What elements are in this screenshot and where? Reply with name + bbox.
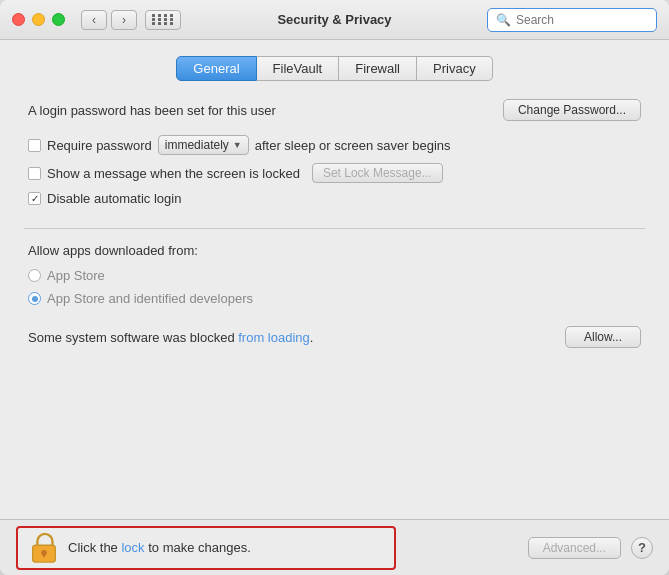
blocked-text-prefix: Some system software was blocked	[28, 330, 238, 345]
forward-button[interactable]: ›	[111, 10, 137, 30]
login-password-text: A login password has been set for this u…	[28, 103, 276, 118]
tab-filevault[interactable]: FileVault	[257, 56, 340, 81]
nav-buttons: ‹ ›	[81, 10, 137, 30]
tab-general[interactable]: General	[176, 56, 256, 81]
advanced-button[interactable]: Advanced...	[528, 537, 621, 559]
search-box[interactable]: 🔍	[487, 8, 657, 32]
radio-appstore-identified-label: App Store and identified developers	[47, 291, 253, 306]
require-password-checkbox[interactable]	[28, 139, 41, 152]
section-divider	[24, 228, 645, 229]
search-input[interactable]	[516, 13, 648, 27]
window-title: Security & Privacy	[277, 12, 391, 27]
tab-firewall[interactable]: Firewall	[339, 56, 417, 81]
tab-bar: General FileVault Firewall Privacy	[24, 56, 645, 81]
lock-link[interactable]: lock	[121, 540, 144, 555]
blocked-row: Some system software was blocked from lo…	[24, 326, 645, 348]
dropdown-arrow-icon: ▼	[233, 140, 242, 150]
general-panel: A login password has been set for this u…	[24, 99, 645, 519]
bottom-right: Advanced... ?	[528, 537, 653, 559]
show-message-label: Show a message when the screen is locked	[47, 166, 300, 181]
minimize-button[interactable]	[32, 13, 45, 26]
change-password-button[interactable]: Change Password...	[503, 99, 641, 121]
traffic-lights	[12, 13, 65, 26]
blocked-text-suffix: .	[310, 330, 314, 345]
allow-button[interactable]: Allow...	[565, 326, 641, 348]
show-message-row: Show a message when the screen is locked…	[24, 163, 645, 183]
tab-privacy[interactable]: Privacy	[417, 56, 493, 81]
disable-autologin-row: Disable automatic login	[24, 191, 645, 206]
search-icon: 🔍	[496, 13, 511, 27]
radio-appstore-identified[interactable]	[28, 292, 41, 305]
lock-label: Click the lock to make changes.	[68, 540, 251, 555]
content-area: General FileVault Firewall Privacy A log…	[0, 40, 669, 519]
radio-appstore-label: App Store	[47, 268, 105, 283]
disable-autologin-label: Disable automatic login	[47, 191, 181, 206]
back-button[interactable]: ‹	[81, 10, 107, 30]
blocked-text: Some system software was blocked from lo…	[28, 330, 313, 345]
radio-appstore[interactable]	[28, 269, 41, 282]
svg-rect-2	[43, 553, 45, 557]
grid-dots-icon	[152, 14, 175, 25]
radio-appstore-identified-row: App Store and identified developers	[24, 291, 645, 306]
titlebar: ‹ › Security & Privacy 🔍	[0, 0, 669, 40]
lock-icon-wrap	[30, 532, 58, 564]
radio-appstore-row: App Store	[24, 268, 645, 283]
set-lock-message-button[interactable]: Set Lock Message...	[312, 163, 443, 183]
after-sleep-text: after sleep or screen saver begins	[255, 138, 451, 153]
lock-section: Click the lock to make changes.	[16, 526, 396, 570]
grid-button[interactable]	[145, 10, 181, 30]
close-button[interactable]	[12, 13, 25, 26]
require-password-label: Require password	[47, 138, 152, 153]
lock-text-prefix: Click the	[68, 540, 121, 555]
window: ‹ › Security & Privacy 🔍 General FileVau…	[0, 0, 669, 575]
help-button[interactable]: ?	[631, 537, 653, 559]
lock-icon	[30, 532, 58, 564]
disable-autologin-checkbox[interactable]	[28, 192, 41, 205]
show-message-checkbox[interactable]	[28, 167, 41, 180]
maximize-button[interactable]	[52, 13, 65, 26]
lock-text-suffix: to make changes.	[145, 540, 251, 555]
login-password-row: A login password has been set for this u…	[24, 99, 645, 121]
require-password-row: Require password immediately ▼ after sle…	[24, 135, 645, 155]
allow-apps-title: Allow apps downloaded from:	[24, 243, 645, 258]
bottom-bar: Click the lock to make changes. Advanced…	[0, 519, 669, 575]
require-password-dropdown[interactable]: immediately ▼	[158, 135, 249, 155]
dropdown-value: immediately	[165, 138, 229, 152]
blocked-link[interactable]: from loading	[238, 330, 310, 345]
